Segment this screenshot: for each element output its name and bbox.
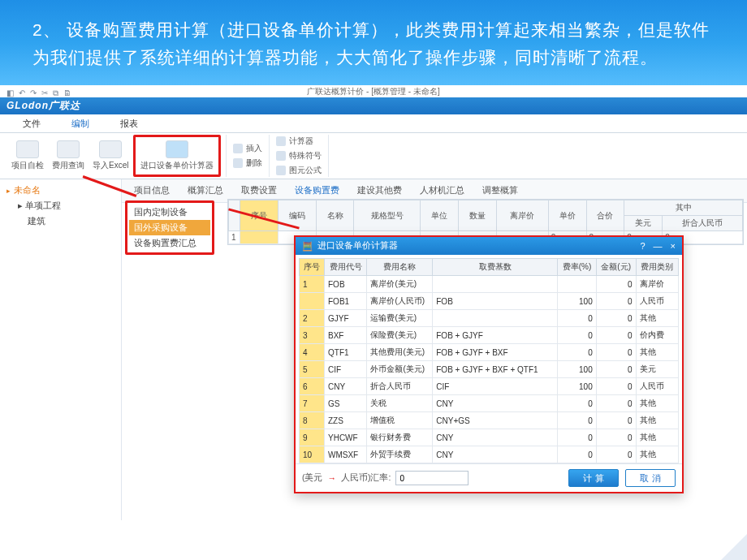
ribbon-insert[interactable]: 插入 (231, 142, 264, 155)
col-spec: 规格型号 (354, 200, 420, 231)
col-amount: 金额(元) (596, 259, 636, 276)
qat-paste-icon[interactable]: 🗎 (63, 88, 71, 97)
exchange-rate-input[interactable] (395, 471, 468, 485)
tree-item-singleproject[interactable]: ▸ 单项工程 (3, 198, 118, 213)
tab-resourcesummary[interactable]: 人材机汇总 (412, 181, 472, 200)
subitem-import[interactable]: 国外采购设备 (129, 220, 210, 235)
col-blank (229, 200, 240, 231)
qat-redo-icon[interactable]: ↷ (30, 88, 37, 97)
col-feename: 费用名称 (367, 259, 433, 276)
equipment-type-list: 国内定制设备 国外采购设备 设备购置费汇总 (125, 200, 214, 255)
table-row[interactable]: 5CIF外币金额(美元)FOB + GJYF + BXF + QTF11000美… (300, 361, 679, 378)
help-icon[interactable]: ? (640, 241, 645, 251)
subitem-domestic[interactable]: 国内定制设备 (129, 205, 210, 220)
rate-label-left: (美元 (302, 472, 323, 484)
calculator-icon (166, 140, 188, 158)
col-unitprice: 单价 (548, 200, 586, 231)
ribbon-tabs: 文件 编制 报表 (0, 114, 747, 133)
tab-feesetting[interactable]: 取费设置 (234, 181, 284, 200)
cancel-button[interactable]: 取 消 (625, 469, 676, 487)
col-rate: 费率(%) (558, 259, 597, 276)
minimize-icon[interactable]: — (654, 241, 663, 251)
tab-projectinfo[interactable]: 项目信息 (127, 181, 177, 200)
calculate-button[interactable]: 计 算 (568, 469, 619, 487)
ribbon-tab-edit[interactable]: 编制 (57, 114, 104, 132)
calc-icon (276, 136, 286, 146)
table-row[interactable]: 9YHCWF银行财务费CNY00其他 (300, 429, 679, 446)
close-icon[interactable]: × (671, 241, 676, 251)
col-name: 名称 (316, 200, 354, 231)
table-row[interactable]: 7GS关税CNY00其他 (300, 395, 679, 412)
qat-cut-icon[interactable]: ✂ (41, 88, 48, 97)
table-row[interactable]: 2GJYF运输费(美元)00其他 (300, 310, 679, 327)
col-total: 合价 (586, 200, 624, 231)
slide-description: 2、 设备购置费用计算（进口设备单价计算），此类费用计算起来相当繁杂，但是软件为… (0, 0, 747, 85)
ribbon-calculator[interactable]: 计算器 (274, 135, 323, 148)
dialog-title: 进口设备单价计算器 (317, 240, 398, 252)
ribbon-btn-import-excel[interactable]: 导入Excel (89, 139, 132, 173)
col-usd: 美元 (624, 216, 663, 231)
col-group-within: 其中 (624, 200, 743, 216)
col-feebase: 取费基数 (433, 259, 558, 276)
col-rmb: 折合人民币 (663, 216, 743, 231)
ribbon-btn-feequery[interactable]: 费用查询 (49, 139, 88, 173)
ribbon-btn-import-calc[interactable]: 进口设备单价计算器 (137, 139, 217, 173)
tab-summary[interactable]: 概算汇总 (180, 181, 231, 200)
table-row[interactable]: 8ZZS增值税CNY+GS00其他 (300, 412, 679, 429)
dialog-titlebar[interactable]: 🧮 进口设备单价计算器 ? — × (296, 237, 682, 255)
ribbon-formula[interactable]: 图元公式 (274, 164, 323, 177)
calculator-table[interactable]: 序号 费用代号 费用名称 取费基数 费率(%) 金额(元) 费用类别 1FOB离… (299, 258, 679, 463)
minus-icon (233, 158, 243, 168)
table-row[interactable]: 6CNY折合人民币CIF1000人民币 (300, 378, 679, 395)
ribbon-special-symbol[interactable]: 特殊符号 (274, 149, 323, 162)
rate-label-mid: 人民币)汇率: (341, 472, 391, 484)
col-fob: 离岸价 (496, 200, 548, 231)
brand-text: GLodon广联达 (6, 99, 80, 113)
col-qty: 数量 (458, 200, 496, 231)
brand-bar: GLodon广联达 (0, 97, 747, 114)
subitem-summary[interactable]: 设备购置费汇总 (129, 235, 210, 251)
project-tree: 未命名 ▸ 单项工程 建筑 (0, 179, 122, 520)
qat-undo-icon[interactable]: ↶ (19, 88, 25, 97)
tree-item-building[interactable]: 建筑 (3, 213, 118, 229)
app-icon: 🧮 (302, 241, 313, 252)
ribbon-btn-selfcheck[interactable]: 项目自检 (8, 139, 47, 173)
table-row[interactable]: 4QTF1其他费用(美元)FOB + GJYF + BXF00其他 (300, 344, 679, 361)
col-feecode: 费用代号 (325, 259, 367, 276)
table-row[interactable]: 3BXF保险费(美元)FOB + GJYF00价内费 (300, 327, 679, 344)
search-icon (57, 140, 80, 158)
col-cat: 费用类别 (636, 259, 678, 276)
table-row[interactable]: FOB1离岸价(人民币)FOB1000人民币 (300, 293, 679, 310)
excel-icon (99, 140, 122, 158)
qat-save-icon[interactable]: ◧ (6, 88, 14, 97)
tab-otherfee[interactable]: 建设其他费 (350, 181, 409, 200)
qat-copy-icon[interactable]: ⧉ (53, 88, 58, 98)
ribbon-delete[interactable]: 删除 (231, 157, 264, 170)
page-curl-icon (721, 534, 747, 560)
ribbon: 项目自检 费用查询 导入Excel 进口设备单价计算器 插入 删除 计算器 特殊… (0, 133, 747, 179)
tab-equipmentfee[interactable]: 设备购置费 (287, 181, 347, 200)
import-price-calculator-dialog: 🧮 进口设备单价计算器 ? — × 序号 费用代号 费用名称 取费基数 费率(%… (294, 235, 684, 493)
ribbon-tab-report[interactable]: 报表 (106, 114, 153, 132)
omega-icon (276, 151, 286, 161)
col-seq: 序号 (300, 259, 325, 276)
formula-icon (276, 166, 286, 175)
ribbon-tab-file[interactable]: 文件 (8, 114, 55, 132)
table-row[interactable]: 10WMSXF外贸手续费CNY00其他 (300, 446, 679, 463)
plus-icon (233, 144, 243, 153)
tab-adjust[interactable]: 调整概算 (475, 181, 525, 200)
col-unit: 单位 (420, 200, 458, 231)
tree-root[interactable]: 未命名 (3, 183, 118, 198)
check-icon (16, 140, 39, 158)
table-row[interactable]: 1FOB离岸价(美元)0离岸价 (300, 276, 679, 293)
